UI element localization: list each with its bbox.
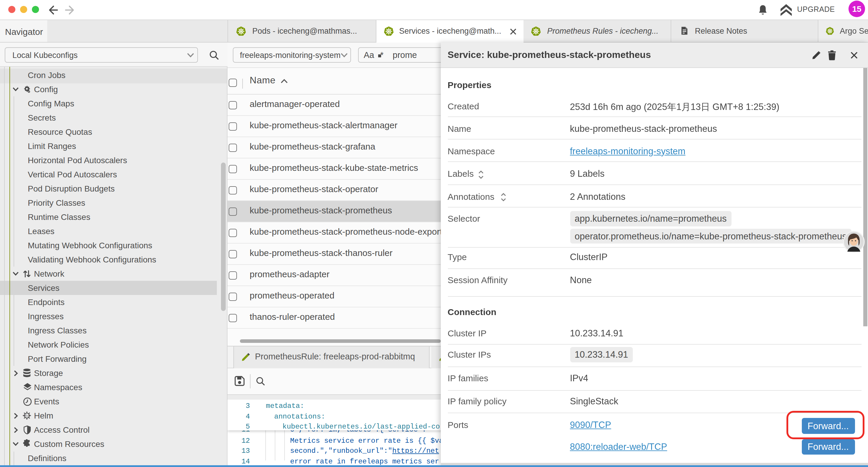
- svg-text:HELM: HELM: [23, 414, 30, 417]
